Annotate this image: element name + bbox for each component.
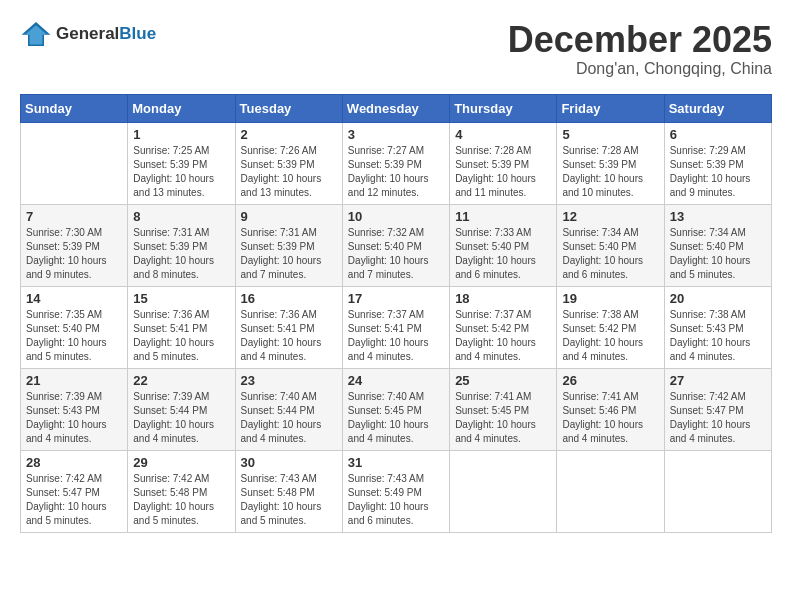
calendar-cell [21,122,128,204]
day-number: 12 [562,209,658,224]
weekday-header-monday: Monday [128,94,235,122]
calendar-cell: 10Sunrise: 7:32 AM Sunset: 5:40 PM Dayli… [342,204,449,286]
weekday-header-thursday: Thursday [450,94,557,122]
calendar-cell: 7Sunrise: 7:30 AM Sunset: 5:39 PM Daylig… [21,204,128,286]
day-number: 9 [241,209,337,224]
day-info: Sunrise: 7:37 AM Sunset: 5:42 PM Dayligh… [455,308,551,364]
weekday-header-tuesday: Tuesday [235,94,342,122]
calendar-week-row: 1Sunrise: 7:25 AM Sunset: 5:39 PM Daylig… [21,122,772,204]
logo-blue: Blue [119,24,156,44]
weekday-header-saturday: Saturday [664,94,771,122]
day-info: Sunrise: 7:32 AM Sunset: 5:40 PM Dayligh… [348,226,444,282]
day-info: Sunrise: 7:42 AM Sunset: 5:47 PM Dayligh… [670,390,766,446]
day-number: 31 [348,455,444,470]
day-info: Sunrise: 7:37 AM Sunset: 5:41 PM Dayligh… [348,308,444,364]
page-header: GeneralBlue December 2025 Dong'an, Chong… [20,20,772,78]
day-info: Sunrise: 7:28 AM Sunset: 5:39 PM Dayligh… [455,144,551,200]
title-section: December 2025 Dong'an, Chongqing, China [508,20,772,78]
calendar-week-row: 7Sunrise: 7:30 AM Sunset: 5:39 PM Daylig… [21,204,772,286]
calendar-cell: 4Sunrise: 7:28 AM Sunset: 5:39 PM Daylig… [450,122,557,204]
calendar-cell [664,450,771,532]
calendar-week-row: 28Sunrise: 7:42 AM Sunset: 5:47 PM Dayli… [21,450,772,532]
day-info: Sunrise: 7:36 AM Sunset: 5:41 PM Dayligh… [241,308,337,364]
day-info: Sunrise: 7:30 AM Sunset: 5:39 PM Dayligh… [26,226,122,282]
calendar-cell: 22Sunrise: 7:39 AM Sunset: 5:44 PM Dayli… [128,368,235,450]
calendar-cell: 16Sunrise: 7:36 AM Sunset: 5:41 PM Dayli… [235,286,342,368]
day-number: 20 [670,291,766,306]
calendar-cell: 29Sunrise: 7:42 AM Sunset: 5:48 PM Dayli… [128,450,235,532]
day-number: 4 [455,127,551,142]
day-info: Sunrise: 7:26 AM Sunset: 5:39 PM Dayligh… [241,144,337,200]
day-number: 2 [241,127,337,142]
calendar-cell: 30Sunrise: 7:43 AM Sunset: 5:48 PM Dayli… [235,450,342,532]
calendar-cell: 3Sunrise: 7:27 AM Sunset: 5:39 PM Daylig… [342,122,449,204]
calendar-week-row: 14Sunrise: 7:35 AM Sunset: 5:40 PM Dayli… [21,286,772,368]
calendar-week-row: 21Sunrise: 7:39 AM Sunset: 5:43 PM Dayli… [21,368,772,450]
weekday-header-wednesday: Wednesday [342,94,449,122]
day-info: Sunrise: 7:25 AM Sunset: 5:39 PM Dayligh… [133,144,229,200]
calendar-cell: 11Sunrise: 7:33 AM Sunset: 5:40 PM Dayli… [450,204,557,286]
calendar-cell: 28Sunrise: 7:42 AM Sunset: 5:47 PM Dayli… [21,450,128,532]
calendar-cell: 20Sunrise: 7:38 AM Sunset: 5:43 PM Dayli… [664,286,771,368]
calendar-cell [557,450,664,532]
day-info: Sunrise: 7:31 AM Sunset: 5:39 PM Dayligh… [133,226,229,282]
day-info: Sunrise: 7:34 AM Sunset: 5:40 PM Dayligh… [562,226,658,282]
weekday-header-friday: Friday [557,94,664,122]
calendar-cell: 31Sunrise: 7:43 AM Sunset: 5:49 PM Dayli… [342,450,449,532]
month-title: December 2025 [508,20,772,60]
day-number: 7 [26,209,122,224]
day-number: 17 [348,291,444,306]
day-info: Sunrise: 7:31 AM Sunset: 5:39 PM Dayligh… [241,226,337,282]
calendar-cell: 13Sunrise: 7:34 AM Sunset: 5:40 PM Dayli… [664,204,771,286]
day-info: Sunrise: 7:40 AM Sunset: 5:44 PM Dayligh… [241,390,337,446]
day-number: 14 [26,291,122,306]
day-info: Sunrise: 7:41 AM Sunset: 5:45 PM Dayligh… [455,390,551,446]
calendar-table: SundayMondayTuesdayWednesdayThursdayFrid… [20,94,772,533]
calendar-cell: 15Sunrise: 7:36 AM Sunset: 5:41 PM Dayli… [128,286,235,368]
calendar-cell: 23Sunrise: 7:40 AM Sunset: 5:44 PM Dayli… [235,368,342,450]
calendar-cell: 27Sunrise: 7:42 AM Sunset: 5:47 PM Dayli… [664,368,771,450]
day-info: Sunrise: 7:40 AM Sunset: 5:45 PM Dayligh… [348,390,444,446]
calendar-cell: 25Sunrise: 7:41 AM Sunset: 5:45 PM Dayli… [450,368,557,450]
day-info: Sunrise: 7:39 AM Sunset: 5:43 PM Dayligh… [26,390,122,446]
calendar-cell: 8Sunrise: 7:31 AM Sunset: 5:39 PM Daylig… [128,204,235,286]
day-number: 25 [455,373,551,388]
day-info: Sunrise: 7:39 AM Sunset: 5:44 PM Dayligh… [133,390,229,446]
day-info: Sunrise: 7:42 AM Sunset: 5:48 PM Dayligh… [133,472,229,528]
day-info: Sunrise: 7:33 AM Sunset: 5:40 PM Dayligh… [455,226,551,282]
logo-icon [20,20,52,48]
day-info: Sunrise: 7:43 AM Sunset: 5:49 PM Dayligh… [348,472,444,528]
calendar-cell [450,450,557,532]
day-number: 8 [133,209,229,224]
calendar-cell: 18Sunrise: 7:37 AM Sunset: 5:42 PM Dayli… [450,286,557,368]
day-info: Sunrise: 7:27 AM Sunset: 5:39 PM Dayligh… [348,144,444,200]
day-number: 28 [26,455,122,470]
day-info: Sunrise: 7:38 AM Sunset: 5:43 PM Dayligh… [670,308,766,364]
logo-general: General [56,24,119,44]
day-number: 15 [133,291,229,306]
day-number: 19 [562,291,658,306]
weekday-header-sunday: Sunday [21,94,128,122]
location-title: Dong'an, Chongqing, China [508,60,772,78]
day-number: 27 [670,373,766,388]
weekday-header-row: SundayMondayTuesdayWednesdayThursdayFrid… [21,94,772,122]
day-number: 30 [241,455,337,470]
day-number: 22 [133,373,229,388]
logo: GeneralBlue [20,20,156,48]
calendar-cell: 1Sunrise: 7:25 AM Sunset: 5:39 PM Daylig… [128,122,235,204]
day-number: 13 [670,209,766,224]
day-info: Sunrise: 7:29 AM Sunset: 5:39 PM Dayligh… [670,144,766,200]
day-info: Sunrise: 7:42 AM Sunset: 5:47 PM Dayligh… [26,472,122,528]
calendar-cell: 12Sunrise: 7:34 AM Sunset: 5:40 PM Dayli… [557,204,664,286]
calendar-cell: 24Sunrise: 7:40 AM Sunset: 5:45 PM Dayli… [342,368,449,450]
day-number: 23 [241,373,337,388]
day-info: Sunrise: 7:36 AM Sunset: 5:41 PM Dayligh… [133,308,229,364]
day-number: 18 [455,291,551,306]
calendar-cell: 6Sunrise: 7:29 AM Sunset: 5:39 PM Daylig… [664,122,771,204]
day-number: 5 [562,127,658,142]
day-number: 10 [348,209,444,224]
day-info: Sunrise: 7:35 AM Sunset: 5:40 PM Dayligh… [26,308,122,364]
day-info: Sunrise: 7:38 AM Sunset: 5:42 PM Dayligh… [562,308,658,364]
day-number: 16 [241,291,337,306]
calendar-cell: 9Sunrise: 7:31 AM Sunset: 5:39 PM Daylig… [235,204,342,286]
